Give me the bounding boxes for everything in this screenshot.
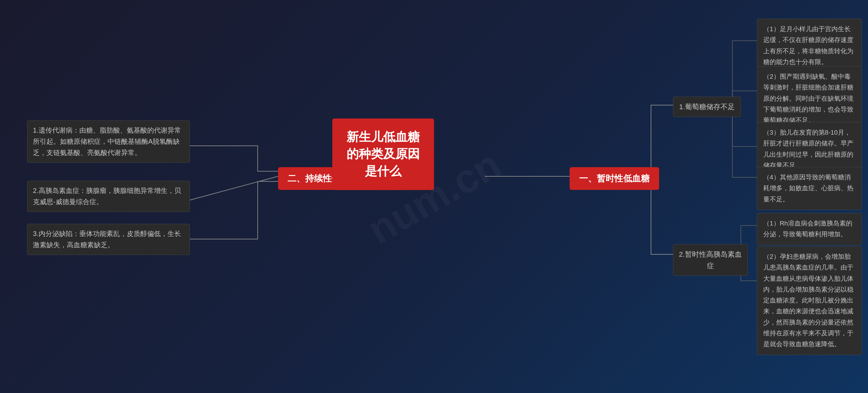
subcat-endocrine: 3.内分泌缺陷：垂体功能紊乱，皮质醇偏低，生长激素缺失，高血糖素缺乏。 (27, 224, 190, 255)
detail-1-text: （1）足月小样儿由于宫内生长迟缓，不仅在肝糖原的储存速度上有所不足，将非糖物质转… (763, 25, 853, 65)
subcat-insulin: 2.暂时性高胰岛素血症 (673, 244, 748, 276)
detail-5-text: （1）Rh溶血病会刺激胰岛素的分泌，导致葡萄糖利用增加。 (763, 220, 852, 238)
center-label: 新生儿低血糖的种类及原因是什么 (347, 130, 420, 178)
subcat-endocrine-text: 3.内分泌缺陷：垂体功能紊乱，皮质醇偏低，生长激素缺失，高血糖素缺乏。 (33, 230, 181, 249)
subcat-hereditary: 1.遗传代谢病：由糖、脂肪酸、氨基酸的代谢异常所引起。如糖原储积症，中链酰基辅酶… (27, 120, 190, 163)
detail-6: （2）孕妇患糖尿病，会增加胎儿患高胰岛素血症的几率。由于大量血糖从患病母体渗入胎… (757, 246, 862, 355)
subcat-pancreas: 2.高胰岛素血症：胰腺瘤，胰腺细胞异常增生，贝克威思-威德曼综合症。 (27, 181, 190, 212)
detail-3-text: （3）胎儿在发育的第8-10月，肝脏才进行肝糖原的储存。早产儿出生时间过早，因此… (763, 129, 853, 169)
detail-4: （4）其他原因导致的葡萄糖消耗增多，如败血症、心脏病、热量不足。 (757, 167, 862, 210)
subcat-glucose-label: 1.葡萄糖储存不足 (679, 103, 735, 111)
subcat-pancreas-text: 2.高胰岛素血症：胰腺瘤，胰腺细胞异常增生，贝克威思-威德曼综合症。 (33, 187, 181, 205)
subcat-glucose: 1.葡萄糖储存不足 (673, 97, 741, 117)
detail-5: （1）Rh溶血病会刺激胰岛素的分泌，导致葡萄糖利用增加。 (757, 213, 862, 245)
detail-2: （2）围产期遇到缺氧、酸中毒等刺激时，肝脏细胞会加速肝糖原的分解。同时由于在缺氧… (757, 66, 862, 131)
detail-2-text: （2）围产期遇到缺氧、酸中毒等刺激时，肝脏细胞会加速肝糖原的分解。同时由于在缺氧… (763, 73, 853, 124)
subcat-insulin-label: 2.暂时性高胰岛素血症 (679, 250, 742, 270)
detail-1: （1）足月小样儿由于宫内生长迟缓，不仅在肝糖原的储存速度上有所不足，将非糖物质转… (757, 19, 862, 73)
svg-line-2 (190, 176, 278, 200)
mindmap-container: num.cn 新生儿低血糖的种类及原因是什么 一、暂时性低血糖 二、持续性低血糖 (0, 0, 868, 393)
detail-6-text: （2）孕妇患糖尿病，会增加胎儿患高胰岛素血症的几率。由于大量血糖从患病母体渗入胎… (763, 253, 853, 348)
detail-4-text: （4）其他原因导致的葡萄糖消耗增多，如败血症、心脏病、热量不足。 (763, 174, 853, 203)
cat-right: 一、暂时性低血糖 (570, 167, 659, 190)
center-node: 新生儿低血糖的种类及原因是什么 (332, 118, 434, 190)
cat-right-label: 一、暂时性低血糖 (579, 173, 650, 183)
subcat-hereditary-text: 1.遗传代谢病：由糖、脂肪酸、氨基酸的代谢异常所引起。如糖原储积症，中链酰基辅酶… (33, 126, 181, 156)
